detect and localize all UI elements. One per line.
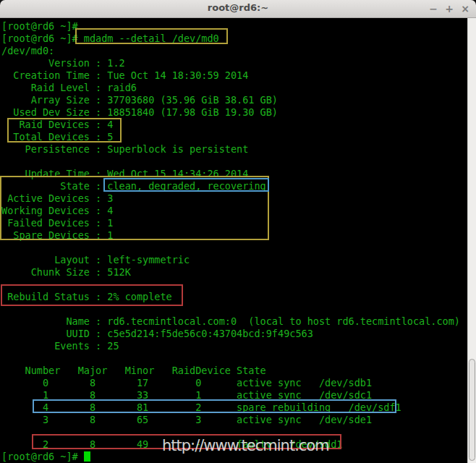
terminal-line: Events : 25: [1, 340, 460, 352]
terminal-cursor: [84, 451, 90, 462]
terminal-output: [root@rd6 ~]#[root@rd6 ~]# mdadm --detai…: [1, 20, 460, 463]
terminal-line: [1, 352, 460, 365]
terminal-line: Persistence : Superblock is persistent: [1, 143, 460, 156]
terminal-line: State : clean, degraded, recovering: [1, 180, 460, 192]
terminal-line: Version : 1.2: [1, 57, 460, 69]
terminal-line: Raid Devices : 4: [1, 119, 460, 131]
close-button[interactable]: ×: [460, 1, 470, 16]
terminal-line: /dev/md0:: [1, 45, 460, 57]
window-controls: − + ×: [428, 1, 470, 16]
terminal-line: Failed Devices : 1: [1, 217, 460, 229]
terminal-line: Chunk Size : 512K: [1, 266, 460, 279]
terminal-line: Rebuild Status : 2% complete: [1, 291, 460, 303]
terminal-window: [root@rd6 ~]#[root@rd6 ~]# mdadm --detai…: [0, 0, 476, 463]
minimize-button[interactable]: −: [428, 1, 438, 16]
terminal-line: Working Devices : 4: [1, 205, 460, 217]
terminal-line: Update Time : Wed Oct 15 14:34:26 2014: [1, 168, 460, 180]
terminal-line: Name : rd6.tecmintlocal.com:0 (local to …: [1, 315, 460, 328]
scrollbar-thumb[interactable]: [469, 359, 475, 461]
terminal-line: Array Size : 37703680 (35.96 GiB 38.61 G…: [1, 94, 460, 106]
terminal-screen[interactable]: [root@rd6 ~]#[root@rd6 ~]# mdadm --detai…: [0, 18, 476, 463]
terminal-line: Creation Time : Tue Oct 14 18:30:59 2014: [1, 69, 460, 82]
terminal-line: Used Dev Size : 18851840 (17.98 GiB 19.3…: [1, 106, 460, 119]
terminal-line: 3 8 65 3 active sync /dev/sde1: [1, 414, 460, 426]
terminal-line: [1, 279, 460, 291]
terminal-line: [1, 242, 460, 254]
scrollbar-track[interactable]: [467, 18, 476, 463]
terminal-line: Total Devices : 5: [1, 131, 460, 143]
terminal-line: [1, 156, 460, 168]
watermark-text: http://www.tecmint.com: [162, 437, 329, 454]
window-titlebar: root@rd6:~ − + ×: [0, 0, 476, 18]
terminal-line: 1 8 33 1 active sync /dev/sdc1: [1, 389, 460, 402]
terminal-line: Raid Level : raid6: [1, 82, 460, 94]
terminal-line: Active Devices : 3: [1, 192, 460, 205]
terminal-line: [1, 303, 460, 315]
terminal-line: [root@rd6 ~]#: [1, 20, 460, 33]
terminal-line: UUID : c5e5d214:f5de56c0:43704bcd:9f49c5…: [1, 328, 460, 340]
window-title: root@rd6:~: [0, 2, 476, 13]
terminal-line: Spare Devices : 1: [1, 229, 460, 242]
terminal-line: 0 8 17 0 active sync /dev/sdb1: [1, 377, 460, 389]
terminal-line: 4 8 81 2 spare rebuilding /dev/sdf1: [1, 402, 460, 414]
maximize-button[interactable]: +: [444, 1, 454, 16]
terminal-line: Number Major Minor RaidDevice State: [1, 365, 460, 377]
terminal-line: [root@rd6 ~]# mdadm --detail /dev/md0: [1, 33, 460, 45]
terminal-line: Layout : left-symmetric: [1, 254, 460, 266]
